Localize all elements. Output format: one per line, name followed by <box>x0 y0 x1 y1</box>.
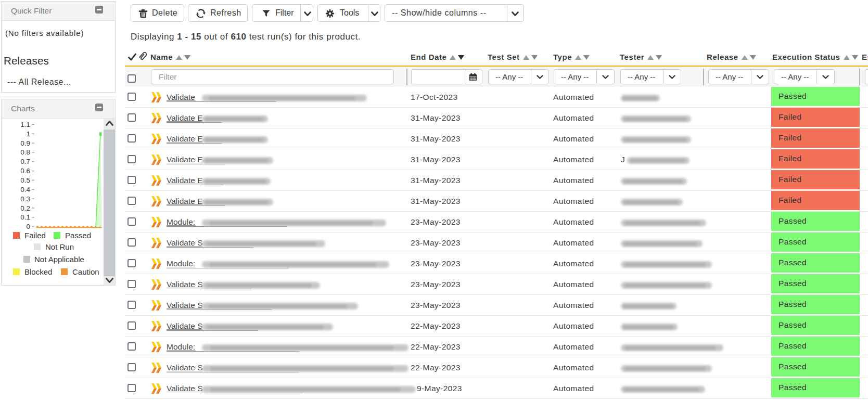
svg-text:0.1: 0.1 <box>20 213 30 221</box>
svg-text:0.4: 0.4 <box>20 186 30 193</box>
svg-text:0.7: 0.7 <box>20 158 30 165</box>
svg-text:0: 0 <box>26 223 30 230</box>
svg-text:0.2: 0.2 <box>20 204 30 212</box>
svg-text:1: 1 <box>26 130 30 138</box>
svg-text:1.1: 1.1 <box>20 121 30 128</box>
svg-text:0.8: 0.8 <box>20 148 30 156</box>
svg-text:0.5: 0.5 <box>20 176 30 184</box>
svg-text:0.3: 0.3 <box>20 195 30 203</box>
svg-text:0.9: 0.9 <box>20 139 30 147</box>
svg-text:0.6: 0.6 <box>20 167 30 175</box>
